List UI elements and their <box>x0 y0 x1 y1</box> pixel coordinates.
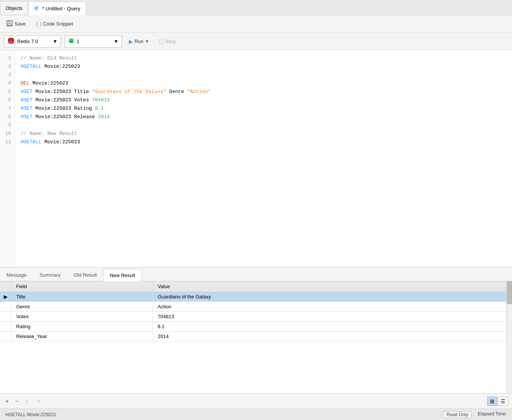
row-indicator <box>0 302 11 312</box>
value-cell: 8.1 <box>153 322 506 332</box>
line-number: 11 <box>0 138 15 146</box>
line-number: 7 <box>0 104 15 113</box>
code-snippet-label: Code Snippet <box>43 21 73 27</box>
elapsed-time-label: Elapsed Time: <box>478 411 507 418</box>
code-editor[interactable]: 1234567891011 // Name: Old ResultHGETALL… <box>0 50 512 268</box>
bottom-panel: MessageSummaryOld ResultNew Result Field… <box>0 268 512 409</box>
code-line: // Name: Old Result <box>21 54 507 63</box>
line-number: 4 <box>0 79 15 88</box>
value-cell: Action <box>153 302 506 312</box>
tab-bar: Objects * Untitled - Query <box>0 0 512 15</box>
confirm-button[interactable]: ✓ <box>23 397 31 406</box>
toolbar: Save ( ) Code Snippet <box>0 15 512 33</box>
query-icon <box>34 5 40 11</box>
list-icon: ☰ <box>501 398 506 404</box>
run-button[interactable]: ▶ Run ▼ <box>126 38 152 45</box>
redis-version-dropdown[interactable]: Redis 7.0 ▼ <box>4 35 61 48</box>
row-indicator: ▶ <box>0 292 11 302</box>
code-line: HSET Movie:225023 Title "Guardians of th… <box>21 88 507 96</box>
run-dropdown-icon: ▼ <box>145 39 149 43</box>
bottom-tab-old-result[interactable]: Old Result <box>67 269 103 281</box>
tab-query[interactable]: * Untitled - Query <box>28 2 86 15</box>
line-number: 9 <box>0 121 15 130</box>
table-row[interactable]: Rating 8.1 <box>0 322 507 332</box>
status-bar: HGETALL Movie:225023 Read Only Elapsed T… <box>0 409 512 420</box>
svg-rect-2 <box>35 8 37 9</box>
code-content[interactable]: // Name: Old ResultHGETALL Movie:225023 … <box>15 50 512 267</box>
row-indicator <box>0 312 11 322</box>
svg-rect-1 <box>35 7 38 8</box>
table-row[interactable]: ▶ Title Guardians of the Galaxy <box>0 292 507 302</box>
value-header: Value <box>153 281 506 292</box>
remove-row-button[interactable]: − <box>13 397 20 406</box>
field-cell: Genre <box>11 302 153 312</box>
scrollbar-track[interactable] <box>507 281 512 393</box>
db-chevron-icon: ▼ <box>114 38 118 44</box>
value-cell: Guardians of the Galaxy <box>153 292 506 302</box>
table-row[interactable]: Release_Year 2014 <box>0 332 507 341</box>
value-cell: 704613 <box>153 312 506 322</box>
svg-point-8 <box>8 41 14 44</box>
bottom-tabs: MessageSummaryOld ResultNew Result <box>0 268 512 281</box>
run-label: Run <box>134 38 144 44</box>
redis-version-label: Redis 7.0 <box>17 38 50 44</box>
redis-icon <box>7 37 15 46</box>
objects-tab-label: Objects <box>6 5 22 11</box>
cancel-button[interactable]: ✕ <box>34 397 42 406</box>
view-buttons: ⊞ ☰ <box>487 397 508 406</box>
result-table: Field Value ▶ Title Guardians of the Gal… <box>0 281 507 393</box>
line-number: 3 <box>0 71 15 79</box>
bottom-tab-new-result[interactable]: New Result <box>103 269 141 281</box>
row-indicator <box>0 332 11 341</box>
code-line: HSET Movie:225023 Votes 704613 <box>21 96 507 104</box>
code-snippet-button[interactable]: ( ) Code Snippet <box>34 20 75 28</box>
list-view-button[interactable]: ☰ <box>498 397 508 406</box>
status-right: Read Only Elapsed Time: <box>443 411 507 418</box>
code-line: DEL Movie:225023 <box>21 79 507 88</box>
field-cell: Release_Year <box>11 332 153 341</box>
add-row-button[interactable]: + <box>4 397 10 406</box>
stop-icon <box>159 39 164 44</box>
line-number: 6 <box>0 96 15 104</box>
line-number: 2 <box>0 63 15 71</box>
save-label: Save <box>14 21 26 27</box>
line-number: 8 <box>0 113 15 121</box>
code-line <box>21 71 507 79</box>
db-number-dropdown[interactable]: 1 ▼ <box>65 35 122 48</box>
bottom-toolbar: + − ✓ ✕ ⊞ ☰ <box>0 393 512 409</box>
field-header: Field <box>11 281 153 292</box>
line-numbers: 1234567891011 <box>0 50 15 267</box>
svg-point-11 <box>69 41 74 43</box>
value-cell: 2014 <box>153 332 506 341</box>
code-line: HSET Movie:225023 Release 2014 <box>21 113 507 121</box>
save-button[interactable]: Save <box>4 19 28 29</box>
scrollbar-thumb[interactable] <box>507 281 512 304</box>
status-query-text: HGETALL Movie:225023 <box>5 412 56 417</box>
table-row[interactable]: Votes 704613 <box>0 312 507 322</box>
redis-version-chevron-icon: ▼ <box>53 38 58 44</box>
bottom-tab-summary[interactable]: Summary <box>33 269 67 281</box>
read-only-badge: Read Only <box>443 411 472 418</box>
run-play-icon: ▶ <box>129 38 133 45</box>
grid-view-button[interactable]: ⊞ <box>487 397 497 406</box>
data-table: Field Value ▶ Title Guardians of the Gal… <box>0 281 507 341</box>
row-indicator <box>0 322 11 332</box>
field-cell: Rating <box>11 322 153 332</box>
line-number: 5 <box>0 88 15 96</box>
line-number: 1 <box>0 54 15 63</box>
svg-rect-4 <box>8 21 10 22</box>
tab-objects[interactable]: Objects <box>0 1 28 15</box>
svg-rect-5 <box>8 24 11 26</box>
bottom-tab-message[interactable]: Message <box>0 269 33 281</box>
db-icon <box>68 38 74 45</box>
query-tab-label: * Untitled - Query <box>42 6 80 11</box>
code-line: HGETALL Movie:225023 <box>21 138 507 146</box>
stop-button[interactable]: Stop <box>156 38 179 45</box>
db-number-label: 1 <box>77 38 111 44</box>
code-editor-area: 1234567891011 // Name: Old ResultHGETALL… <box>0 50 512 268</box>
code-line: HGETALL Movie:225023 <box>21 63 507 71</box>
field-cell: Votes <box>11 312 153 322</box>
code-line: // Name: New Result <box>21 130 507 138</box>
field-cell: Title <box>11 292 153 302</box>
table-row[interactable]: Genre Action <box>0 302 507 312</box>
